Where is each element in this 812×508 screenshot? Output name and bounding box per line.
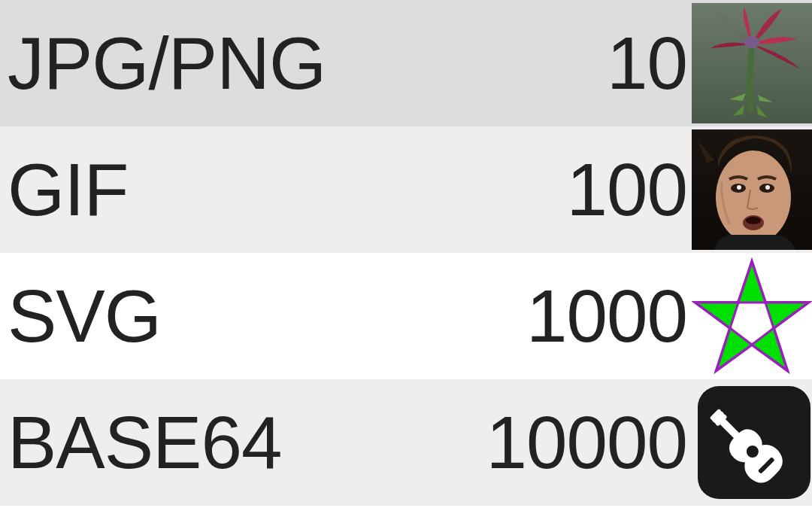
face-icon [692,129,812,250]
table-row: BASE64 10000 [0,379,812,506]
thumbnail [692,382,812,503]
svg-marker-9 [738,262,765,303]
svg-marker-13 [695,303,738,328]
format-label: BASE64 [8,400,323,485]
svg-point-4 [737,185,741,190]
svg-marker-10 [765,303,808,328]
table-row: JPG/PNG 10 [0,0,812,126]
format-label: SVG [8,274,323,359]
table-row: GIF 100 [0,126,812,253]
thumbnail [692,129,812,250]
thumbnail [692,256,812,376]
table-row: SVG 1000 [0,253,812,379]
svg-point-0 [744,36,759,48]
format-label: JPG/PNG [8,21,326,106]
format-value: 10 [326,21,692,106]
svg-point-5 [765,185,770,190]
svg-point-7 [746,217,761,224]
flower-icon [692,3,812,123]
format-table: JPG/PNG 10 [0,0,812,506]
guitar-icon [698,386,810,499]
star-icon [692,256,812,376]
format-value: 1000 [323,274,692,359]
format-value: 10000 [323,400,692,485]
format-label: GIF [8,148,323,233]
thumbnail [692,3,812,123]
format-value: 100 [323,148,692,233]
